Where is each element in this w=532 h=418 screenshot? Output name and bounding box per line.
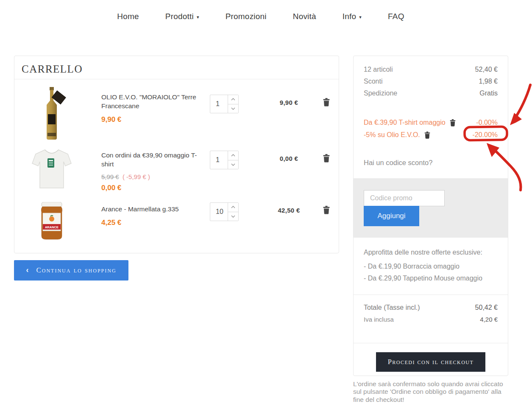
voucher-row-olio: -5% su Olio E.V.O. -20.00% [364, 129, 498, 141]
cart-page: Home Prodotti ▾ Promozioni Novità Info ▾… [0, 0, 532, 418]
nav-label: Novità [293, 12, 316, 21]
product-image-tshirt[interactable] [30, 146, 74, 191]
caret-down-icon: ▾ [197, 14, 199, 20]
line-total: 0,00 € [250, 155, 328, 162]
remove-item-button[interactable] [323, 98, 334, 108]
quantity-decrease-button[interactable] [228, 212, 238, 221]
product-image-olive-oil[interactable] [32, 87, 71, 140]
product-name[interactable]: OLIO E.V.O. "MORAIOLO" Terre Francescane [101, 93, 201, 111]
promo-add-button[interactable]: Aggiungi [364, 206, 419, 226]
product-name[interactable]: Con ordini da €39,90 omaggio T-shirt [101, 151, 201, 169]
summary-value: Gratis [479, 87, 498, 99]
chevron-left-icon: ‹ [26, 266, 29, 275]
cart-item-marmellata: ARANCE Arance - Marmellata g.335 4,25 € [14, 198, 339, 254]
product-unit-price: 0,00 € [101, 184, 201, 192]
promo-code-block: Aggiungi [354, 178, 508, 238]
cart-summary-panel: 12 articoli 52,40 € Sconti 1,98 € Spediz… [353, 56, 508, 376]
line-total: 9,90 € [250, 99, 328, 106]
nav-item-prodotti[interactable]: Prodotti ▾ [165, 12, 199, 21]
product-unit-price: 9,90 € [101, 115, 201, 124]
trash-icon [424, 132, 430, 139]
offer-item: - Da €.19,90 Borraccia omaggio [364, 261, 498, 272]
summary-row-shipping: Spedizione Gratis [364, 87, 498, 99]
chevron-down-icon [231, 163, 235, 166]
chevron-up-icon [231, 98, 235, 101]
annotation-arrow-top [513, 85, 530, 121]
summary-row-articles: 12 articoli 52,40 € [364, 64, 498, 76]
trash-icon [450, 119, 456, 126]
quantity-input[interactable] [210, 151, 228, 169]
summary-value: 52,40 € [475, 64, 498, 76]
summary-label: Spedizione [364, 87, 397, 99]
order-confirmation-note: L'ordine sarà confermato solo quando avr… [353, 380, 509, 404]
product-unit-price: 4,25 € [101, 219, 201, 227]
trash-icon [323, 206, 330, 214]
voucher-label: Da €.39,90 T-shirt omaggio [364, 116, 446, 129]
cart-title: CARRELLO [14, 56, 339, 79]
cart-panel: CARRELLO [14, 56, 339, 253]
nav-label: Info [343, 12, 357, 21]
nav-label: Promozioni [226, 12, 267, 21]
product-name[interactable]: Arance - Marmellata g.335 [101, 205, 201, 214]
continue-shopping-button[interactable]: ‹ Continua lo shopping [14, 260, 128, 281]
remove-voucher-button[interactable] [450, 119, 456, 126]
offers-section: Approfitta delle nostre offerte esclusiv… [354, 238, 508, 284]
nav-item-home[interactable]: Home [117, 12, 139, 21]
caret-down-icon: ▾ [359, 14, 362, 20]
remove-item-button[interactable] [323, 206, 334, 216]
quantity-decrease-button[interactable] [228, 104, 238, 113]
offer-item: - Da €.29,90 Tappetino Mouse omaggio [364, 272, 498, 284]
cart-item-olio: OLIO E.V.O. "MORAIOLO" Terre Francescane… [14, 79, 339, 145]
nav-item-faq[interactable]: FAQ [388, 12, 404, 21]
remove-item-button[interactable] [323, 154, 334, 164]
product-image-jam-jar[interactable]: ARANCE [36, 202, 67, 241]
summary-label: Sconti [364, 76, 382, 87]
trash-icon [323, 154, 330, 163]
quantity-increase-button[interactable] [228, 203, 238, 212]
nav-item-promozioni[interactable]: Promozioni [226, 12, 267, 21]
vat-row: Iva inclusa 4,20 € [364, 314, 498, 325]
discount-note: ( -5,99 € ) [123, 173, 150, 180]
trash-icon [323, 98, 330, 107]
nav-item-info[interactable]: Info ▾ [343, 12, 362, 21]
summary-value: 1,98 € [479, 76, 498, 87]
quantity-input[interactable] [210, 95, 228, 113]
checkout-button[interactable]: Procedi con il checkout [376, 352, 485, 372]
total-label: Totale (Tasse incl.) [364, 302, 420, 314]
cart-item-tshirt: Con ordini da €39,90 omaggio T-shirt 5,9… [14, 145, 339, 198]
continue-shopping-label: Continua lo shopping [36, 266, 116, 275]
quantity-increase-button[interactable] [228, 95, 238, 104]
jar-label-text: ARANCE [45, 225, 58, 229]
vat-label: Iva inclusa [364, 314, 394, 325]
total-value: 50,42 € [475, 302, 498, 314]
remove-voucher-button[interactable] [424, 132, 430, 139]
chevron-up-icon [231, 206, 235, 208]
chevron-down-icon [231, 107, 235, 110]
voucher-value: -20.00% [472, 129, 498, 141]
promo-code-input[interactable] [364, 190, 445, 206]
quantity-increase-button[interactable] [228, 151, 238, 160]
vat-value: 4,20 € [480, 314, 498, 325]
chevron-up-icon [231, 154, 235, 157]
summary-row-discounts: Sconti 1,98 € [364, 76, 498, 87]
chevron-down-icon [231, 215, 235, 218]
nav-label: Prodotti [165, 12, 194, 21]
offers-title: Approfitta delle nostre offerte esclusiv… [364, 249, 498, 256]
total-row: Totale (Tasse incl.) 50,42 € [364, 302, 498, 314]
nav-item-novita[interactable]: Novità [293, 12, 316, 21]
voucher-value: -0.00% [476, 116, 498, 129]
quantity-stepper [210, 202, 239, 221]
old-price: 5,99 € [101, 173, 119, 180]
annotation-arrowhead-top [510, 113, 522, 125]
quantity-input[interactable] [210, 203, 228, 221]
quantity-decrease-button[interactable] [228, 160, 238, 169]
line-total: 42,50 € [250, 207, 328, 214]
quantity-stepper [210, 95, 239, 113]
voucher-label: -5% su Olio E.V.O. [364, 129, 420, 141]
nav-label: FAQ [388, 12, 404, 21]
main-nav: Home Prodotti ▾ Promozioni Novità Info ▾… [0, 12, 521, 21]
promo-question: Hai un codice sconto? [354, 141, 508, 167]
summary-label: 12 articoli [364, 64, 393, 76]
voucher-row-tshirt: Da €.39,90 T-shirt omaggio -0.00% [364, 116, 498, 129]
nav-label: Home [117, 12, 139, 21]
